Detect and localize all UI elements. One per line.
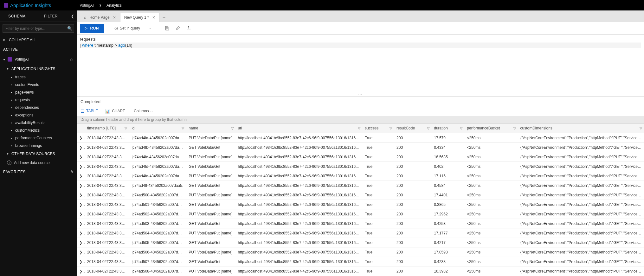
table-row[interactable]: ❯2018-04-02T22:43:31.895|c74ad508-434562… [77, 266, 644, 276]
table-row[interactable]: ❯2018-04-02T22:43:31.566|c74ad505-434562… [77, 238, 644, 247]
expand-row-button[interactable]: ❯ [77, 219, 85, 228]
cell-duration: 0.4334 [431, 143, 464, 152]
tab-home-page[interactable]: ⌂ Home Page ✕ [80, 12, 120, 22]
columns-dropdown[interactable]: Columns ⌄ [134, 109, 153, 113]
col-customdimensions[interactable]: customDimensions▽ [518, 124, 644, 133]
col-url[interactable]: url▽ [235, 124, 362, 133]
sidebar-app[interactable]: ▾ VotingAI ☆ [0, 54, 77, 64]
group-by-drop-zone[interactable]: Drag a column header and drop it here to… [77, 116, 644, 124]
expand-row-button[interactable]: ❯ [77, 143, 85, 152]
filter-icon[interactable]: ▽ [358, 126, 360, 130]
tree-item-performanceCounters[interactable]: ▸performanceCounters [0, 134, 77, 142]
col-success[interactable]: success▽ [362, 124, 394, 133]
favorites-section[interactable]: FAVORITES ✎ [0, 167, 77, 177]
result-tab-chart[interactable]: 📊 CHART [105, 109, 125, 114]
expand-row-button[interactable]: ❯ [77, 200, 85, 209]
tree-item-requests[interactable]: ▸requests [0, 96, 77, 104]
table-row[interactable]: ❯2018-04-02T22:43:31.064|c74ad4ff-434562… [77, 181, 644, 190]
cell-success: True [362, 152, 394, 162]
tree-item-customEvents[interactable]: ▸customEvents [0, 81, 77, 89]
filter-icon[interactable]: ▽ [125, 126, 127, 130]
group-other-data-sources[interactable]: ▾ OTHER DATA SOURCES [0, 149, 77, 158]
cell-name: GET VoteData/Get [186, 238, 235, 247]
expand-row-button[interactable]: ❯ [77, 247, 85, 257]
col-timestamp[interactable]: timestamp [UTC]▽ [85, 124, 129, 133]
col-duration[interactable]: duration▽ [431, 124, 464, 133]
expand-row-button[interactable]: ❯ [77, 181, 85, 190]
tree-item-pageViews[interactable]: ▸pageViews [0, 89, 77, 96]
pencil-icon[interactable]: ✎ [70, 170, 74, 174]
expand-row-button[interactable]: ❯ [77, 266, 85, 276]
table-row[interactable]: ❯2018-04-02T22:43:31.725|c74ad506-434562… [77, 247, 644, 257]
expand-row-button[interactable]: ❯ [77, 238, 85, 247]
splitter-handle[interactable]: ⋯ [77, 92, 644, 97]
close-icon[interactable]: ✕ [152, 15, 155, 20]
table-row[interactable]: ❯2018-04-02T22:43:30.029|c74ad4fb-434562… [77, 143, 644, 152]
export-button[interactable] [185, 24, 192, 32]
close-icon[interactable]: ✕ [113, 15, 116, 20]
group-application-insights[interactable]: ▾ APPLICATION INSIGHTS [0, 64, 77, 73]
tab-filter[interactable]: FILTER [34, 10, 68, 22]
tree-item-dependencies[interactable]: ▸dependencies [0, 104, 77, 111]
cell-success: True [362, 171, 394, 181]
expand-row-button[interactable]: ❯ [77, 228, 85, 238]
col-id[interactable]: id▽ [129, 124, 186, 133]
tree-item-availabilityResults[interactable]: ▸availabilityResults [0, 119, 77, 127]
filter-icon[interactable]: ▽ [182, 126, 184, 130]
col-performancebucket[interactable]: performanceBucket▽ [464, 124, 518, 133]
copy-link-button[interactable] [174, 24, 182, 32]
cell-timestamp: 2018-04-02T22:43:31.038 [85, 171, 129, 181]
tree-item-traces[interactable]: ▸traces [0, 73, 77, 81]
filter-icon[interactable]: ▽ [640, 126, 642, 130]
query-editor[interactable]: requests | where timestamp > ago(1h) [77, 35, 644, 89]
table-row[interactable]: ❯2018-04-02T22:43:31.038|c74ad4fe-434562… [77, 171, 644, 181]
save-button[interactable] [163, 24, 171, 32]
col-resultcode[interactable]: resultCode▽ [394, 124, 431, 133]
breadcrumb-item[interactable]: Analytics [106, 3, 122, 8]
tab-schema[interactable]: SCHEMA [0, 10, 34, 22]
add-tab-button[interactable]: ＋ [159, 12, 169, 22]
collapse-all-button[interactable]: ⇤ COLLAPSE ALL [0, 35, 77, 45]
expand-row-button[interactable]: ❯ [77, 257, 85, 266]
expand-row-button[interactable]: ❯ [77, 133, 85, 143]
tree-item-customMetrics[interactable]: ▸customMetrics [0, 127, 77, 134]
table-row[interactable]: ❯2018-04-02T22:43:30.004|c74ad4fa-434562… [77, 133, 644, 143]
collapse-sidebar-button[interactable]: ❮ [68, 10, 77, 22]
brand[interactable]: Application Insights [4, 3, 51, 8]
tree-item-exceptions[interactable]: ▸exceptions [0, 111, 77, 119]
set-in-query-dropdown[interactable]: ◷ Set in query ⌄ [114, 26, 153, 30]
expand-row-button[interactable]: ❯ [77, 152, 85, 162]
table-row[interactable]: ❯2018-04-02T22:43:31.197|c74ad500-434562… [77, 190, 644, 200]
schema-filter-input[interactable] [3, 24, 74, 33]
expand-row-button[interactable]: ❯ [77, 190, 85, 200]
breadcrumb-item[interactable]: VotingAI [80, 3, 94, 8]
cell-performancebucket: <250ms [464, 200, 518, 209]
cell-customdimensions: {"AspNetCoreEnvironment":"Production","h… [518, 181, 644, 190]
expand-row-button[interactable]: ❯ [77, 162, 85, 171]
chevron-down-icon: ⌄ [149, 26, 151, 30]
filter-icon[interactable]: ▽ [513, 126, 516, 130]
add-data-source-button[interactable]: + Add new data source [0, 158, 77, 167]
run-button[interactable]: ▷ RUN [80, 24, 104, 33]
cell-name: PUT VoteData/Put [name] [186, 190, 235, 200]
filter-icon[interactable]: ▽ [390, 126, 392, 130]
cell-timestamp: 2018-04-02T22:43:30.029 [85, 143, 129, 152]
star-icon[interactable]: ☆ [69, 57, 74, 62]
expand-row-button[interactable]: ❯ [77, 171, 85, 181]
table-row[interactable]: ❯2018-04-02T22:43:31.541|c74ad504-434562… [77, 228, 644, 238]
table-row[interactable]: ❯2018-04-02T22:43:31.375|c74ad502-434562… [77, 209, 644, 219]
filter-icon[interactable]: ▽ [460, 126, 462, 130]
table-row[interactable]: ❯2018-04-02T22:43:30.209|c74ad4fc-434562… [77, 152, 644, 162]
table-row[interactable]: ❯2018-04-02T22:43:31.750|c74ad507-434562… [77, 257, 644, 266]
filter-icon[interactable]: ▽ [231, 126, 234, 130]
tab-new-query[interactable]: New Query 1 * ✕ [120, 13, 159, 22]
filter-icon[interactable]: ▽ [427, 126, 429, 130]
cell-performancebucket: <250ms [464, 162, 518, 171]
expand-row-button[interactable]: ❯ [77, 209, 85, 219]
table-row[interactable]: ❯2018-04-02T22:43:31.399|c74ad503-434562… [77, 219, 644, 228]
tree-item-browserTimings[interactable]: ▸browserTimings [0, 142, 77, 149]
col-name[interactable]: name▽ [186, 124, 235, 133]
table-row[interactable]: ❯2018-04-02T22:43:30.233|c74ad4fd-434562… [77, 162, 644, 171]
table-row[interactable]: ❯2018-04-02T22:43:31.221|c74ad501-434562… [77, 200, 644, 209]
result-tab-table[interactable]: ☰ TABLE [80, 109, 98, 114]
